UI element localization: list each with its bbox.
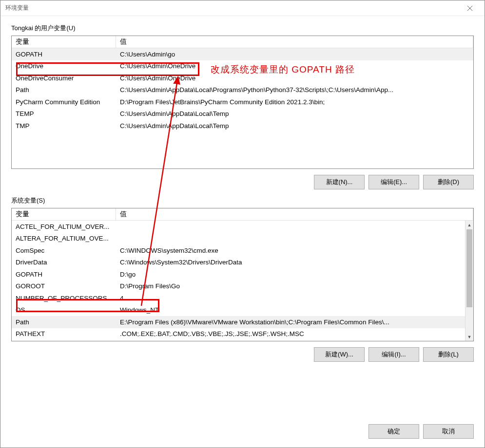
cell-value: C:\Users\Admin\AppData\Local\Temp <box>116 109 473 119</box>
list-header: 变量 值 <box>12 36 473 48</box>
table-row[interactable]: OneDriveC:\Users\Admin\OneDrive <box>12 60 473 73</box>
table-row[interactable]: TMPC:\Users\Admin\AppData\Local\Temp <box>12 120 473 132</box>
cell-name: DriverData <box>12 257 116 267</box>
user-edit-button[interactable]: 编辑(E)... <box>369 175 419 189</box>
sys-vars-list[interactable]: 变量 值 ACTEL_FOR_ALTIUM_OVER...ALTERA_FOR_… <box>11 208 474 341</box>
table-row[interactable]: PyCharm Community EditionD:\Program File… <box>12 96 473 108</box>
cell-value: D:\Program Files\JetBrains\PyCharm Commu… <box>116 97 473 107</box>
cell-value: C:\Users\Admin\go <box>116 49 473 59</box>
env-vars-dialog: 环境变量 Tongkai 的用户变量(U) 变量 值 GOPATHC:\User… <box>0 0 485 448</box>
user-vars-group: Tongkai 的用户变量(U) 变量 值 GOPATHC:\Users\Adm… <box>11 24 474 189</box>
ok-button[interactable]: 确定 <box>369 424 419 439</box>
cell-name: OS <box>12 305 116 315</box>
user-vars-buttons: 新建(N)... 编辑(E)... 删除(D) <box>11 175 474 189</box>
table-row[interactable]: ACTEL_FOR_ALTIUM_OVER... <box>12 221 465 233</box>
cell-value <box>116 237 465 240</box>
table-row[interactable]: GOPATHC:\Users\Admin\go <box>12 48 473 60</box>
cell-name: TEMP <box>12 109 116 119</box>
cell-value: .COM;.EXE;.BAT;.CMD;.VBS;.VBE;.JS;.JSE;.… <box>116 329 465 339</box>
user-new-button[interactable]: 新建(N)... <box>314 175 365 189</box>
scroll-thumb[interactable] <box>466 229 472 307</box>
table-row[interactable]: ALTERA_FOR_ALTIUM_OVE... <box>12 233 465 245</box>
header-value[interactable]: 值 <box>116 36 473 48</box>
sys-delete-button[interactable]: 删除(L) <box>423 347 474 362</box>
table-row[interactable]: PathE:\Program Files (x86)\VMware\VMware… <box>12 316 465 328</box>
table-row[interactable]: NUMBER_OF_PROCESSORS4 <box>12 292 465 304</box>
table-row[interactable]: ComSpecC:\WINDOWS\system32\cmd.exe <box>12 244 465 257</box>
header-name[interactable]: 变量 <box>12 208 116 220</box>
header-value[interactable]: 值 <box>116 208 473 220</box>
table-row[interactable]: PathC:\Users\Admin\AppData\Local\Program… <box>12 84 473 96</box>
cell-name: OneDriveConsumer <box>12 73 116 83</box>
dialog-content: Tongkai 的用户变量(U) 变量 值 GOPATHC:\Users\Adm… <box>0 16 485 415</box>
sys-vars-label: 系统变量(S) <box>11 196 474 205</box>
user-vars-label: Tongkai 的用户变量(U) <box>11 24 474 33</box>
header-name[interactable]: 变量 <box>12 36 116 48</box>
sys-scrollbar[interactable]: ▲ ▼ <box>465 221 473 341</box>
cell-name: OneDrive <box>12 61 116 71</box>
table-row[interactable]: PATHEXT.COM;.EXE;.BAT;.CMD;.VBS;.VBE;.JS… <box>12 328 465 340</box>
sys-new-button[interactable]: 新建(W)... <box>314 347 365 362</box>
cell-name: GOPATH <box>12 269 116 280</box>
sys-edit-button[interactable]: 编辑(I)... <box>369 347 419 362</box>
cell-value: C:\WINDOWS\system32\cmd.exe <box>116 245 465 256</box>
cell-value: D:\go <box>116 269 465 280</box>
list-header: 变量 值 <box>12 208 473 221</box>
cell-name: TMP <box>12 121 116 131</box>
dialog-footer: 确定 取消 <box>0 415 485 448</box>
cell-name: GOROOT <box>12 281 116 291</box>
scroll-up-icon[interactable]: ▲ <box>466 221 473 229</box>
cell-value: C:\Users\Admin\AppData\Local\Programs\Py… <box>116 85 473 95</box>
table-row[interactable]: DriverDataC:\Windows\System32\Drivers\Dr… <box>12 257 465 269</box>
cell-value: C:\Users\Admin\AppData\Local\Temp <box>116 121 473 131</box>
cell-name: ALTERA_FOR_ALTIUM_OVE... <box>12 233 116 243</box>
table-row[interactable]: OneDriveConsumerC:\Users\Admin\OneDrive <box>12 72 473 84</box>
close-icon <box>467 6 472 11</box>
cell-value: Windows_NT <box>116 305 465 315</box>
cell-name: PyCharm Community Edition <box>12 97 116 107</box>
cell-value: C:\Windows\System32\Drivers\DriverData <box>116 257 465 267</box>
cell-name: NUMBER_OF_PROCESSORS <box>12 293 116 303</box>
table-row[interactable]: GOROOTD:\Program Files\Go <box>12 280 465 293</box>
cancel-button[interactable]: 取消 <box>423 424 474 439</box>
table-row[interactable]: GOPATHD:\go <box>12 268 465 280</box>
cell-value: C:\Users\Admin\OneDrive <box>116 73 473 83</box>
scroll-down-icon[interactable]: ▼ <box>466 333 473 341</box>
cell-name: Path <box>12 317 116 327</box>
cell-name: Path <box>12 85 116 95</box>
window-title: 环境变量 <box>5 4 460 12</box>
cell-value: 4 <box>116 293 465 303</box>
cell-name: PATHEXT <box>12 329 116 339</box>
close-button[interactable] <box>460 1 480 15</box>
cell-value: C:\Users\Admin\OneDrive <box>116 61 473 71</box>
cell-name: ACTEL_FOR_ALTIUM_OVER... <box>12 222 116 232</box>
sys-vars-group: 系统变量(S) 变量 值 ACTEL_FOR_ALTIUM_OVER...ALT… <box>11 196 474 362</box>
cell-value <box>116 225 465 228</box>
table-row[interactable]: OSWindows_NT <box>12 304 465 317</box>
sys-vars-buttons: 新建(W)... 编辑(I)... 删除(L) <box>11 347 474 362</box>
cell-name: GOPATH <box>12 49 116 59</box>
cell-name: ComSpec <box>12 245 116 256</box>
cell-value: E:\Program Files (x86)\VMware\VMware Wor… <box>116 317 465 327</box>
user-delete-button[interactable]: 删除(D) <box>423 175 474 189</box>
cell-value: D:\Program Files\Go <box>116 281 465 291</box>
table-row[interactable]: TEMPC:\Users\Admin\AppData\Local\Temp <box>12 108 473 120</box>
titlebar: 环境变量 <box>0 0 485 16</box>
user-vars-list[interactable]: 变量 值 GOPATHC:\Users\Admin\goOneDriveC:\U… <box>11 36 474 169</box>
